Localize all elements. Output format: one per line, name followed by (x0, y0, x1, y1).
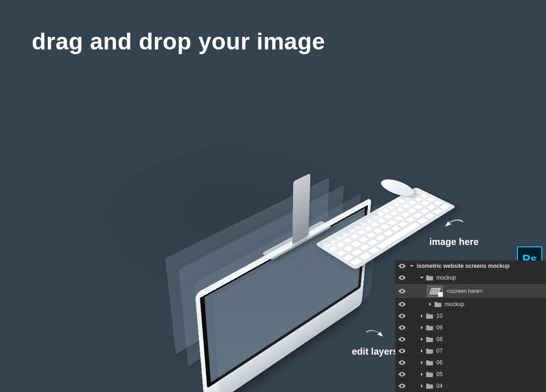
visibility-toggle-icon[interactable] (395, 314, 408, 318)
visibility-toggle-icon[interactable] (395, 384, 408, 388)
layer-group-09[interactable]: 09 (395, 322, 546, 334)
smart-object-badge-icon (438, 292, 443, 297)
chevron-right-icon[interactable] (427, 302, 434, 306)
layer-group-06[interactable]: 06 (395, 357, 546, 369)
layer-group-mockup-label: mockup (436, 274, 456, 281)
folder-icon (425, 314, 434, 319)
folder-icon (425, 337, 434, 342)
folder-icon (425, 372, 434, 377)
chevron-right-icon[interactable] (419, 361, 425, 364)
visibility-toggle-icon[interactable] (395, 264, 408, 268)
chevron-right-icon[interactable] (419, 326, 425, 329)
layer-root-label: isometric website screens mockup (417, 263, 510, 269)
visibility-toggle-icon[interactable] (395, 275, 408, 280)
chevron-down-icon[interactable] (419, 276, 425, 280)
folder-icon (425, 325, 434, 330)
annotation-image-here: image here (429, 218, 479, 247)
layer-label: 05 (436, 371, 442, 378)
layer-group-mockup-nested-label: mockup (445, 301, 464, 308)
visibility-toggle-icon[interactable] (395, 289, 408, 294)
visibility-toggle-icon[interactable] (395, 302, 408, 307)
chevron-down-icon[interactable] (408, 264, 415, 268)
layer-group-mockup[interactable]: mockup (395, 272, 546, 284)
visibility-toggle-icon[interactable] (395, 337, 408, 342)
layer-screen-here-label: <screen here> (447, 288, 483, 294)
layer-root-group[interactable]: isometric website screens mockup (395, 260, 546, 272)
chevron-right-icon[interactable] (419, 384, 425, 388)
folder-icon (434, 302, 442, 307)
arrow-left-icon (444, 218, 464, 234)
layer-group-05[interactable]: 05 (395, 369, 546, 380)
layer-label: 06 (436, 359, 442, 366)
folder-icon (425, 275, 434, 280)
folder-icon (425, 349, 434, 354)
folder-icon (425, 384, 434, 389)
chevron-right-icon[interactable] (419, 337, 425, 341)
visibility-toggle-icon[interactable] (395, 325, 408, 330)
layer-group-10[interactable]: 10 (395, 310, 546, 322)
arrow-right-icon (365, 329, 384, 343)
visibility-toggle-icon[interactable] (395, 360, 408, 365)
smart-object-thumb[interactable] (427, 286, 443, 297)
page-headline: drag and drop your image (32, 28, 325, 55)
layers-panel[interactable]: isometric website screens mockup mockup … (395, 260, 546, 392)
mockup-scene (112, 75, 439, 364)
layer-group-08[interactable]: 08 (395, 334, 546, 345)
annotation-edit-layers: edit layers (352, 329, 398, 357)
monitor-stand-neck (292, 173, 310, 245)
layer-label: 10 (436, 313, 442, 319)
layer-label: 09 (436, 324, 442, 331)
layer-label: 08 (436, 336, 442, 343)
visibility-toggle-icon[interactable] (395, 372, 408, 377)
mouse (376, 177, 419, 199)
layer-group-mockup-nested[interactable]: mockup (395, 299, 546, 310)
layer-group-07[interactable]: 07 (395, 345, 546, 357)
chevron-right-icon[interactable] (419, 372, 425, 376)
folder-icon (425, 360, 434, 365)
visibility-toggle-icon[interactable] (395, 349, 408, 353)
chevron-right-icon[interactable] (419, 349, 425, 353)
chevron-right-icon[interactable] (419, 314, 425, 318)
layer-label: 04 (436, 383, 442, 389)
annotation-image-here-label: image here (429, 237, 479, 247)
layer-group-04[interactable]: 04 (395, 380, 546, 392)
layer-screen-here[interactable]: <screen here> (395, 284, 546, 299)
layer-label: 07 (436, 348, 442, 354)
annotation-edit-layers-label: edit layers (352, 346, 398, 357)
